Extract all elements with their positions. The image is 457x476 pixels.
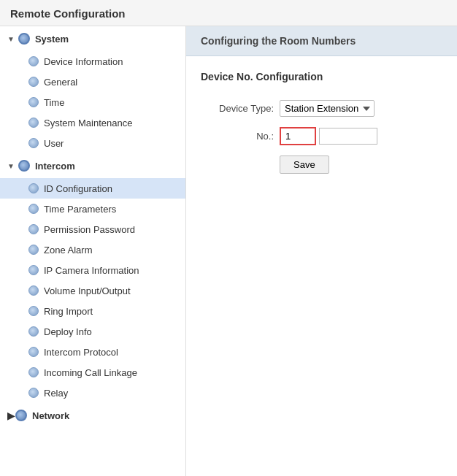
save-row: Save bbox=[280, 156, 442, 174]
sidebar-item-intercom-protocol[interactable]: Intercom Protocol bbox=[0, 342, 185, 362]
sidebar-item-label: System Maintenance bbox=[44, 118, 132, 128]
intercom-arrow: ▼ bbox=[7, 162, 15, 170]
sidebar-item-label: ID Configuration bbox=[44, 183, 112, 194]
app-title: Remote Configuration bbox=[0, 0, 457, 26]
sidebar-item-system-maintenance[interactable]: System Maintenance bbox=[0, 112, 185, 133]
sidebar-item-incoming-call-linkage[interactable]: Incoming Call Linkage bbox=[0, 362, 185, 383]
no-label: No.: bbox=[201, 131, 274, 142]
intercom-protocol-icon bbox=[28, 346, 39, 358]
id-config-icon bbox=[28, 183, 39, 194]
sidebar-item-label: Incoming Call Linkage bbox=[44, 367, 137, 378]
content-body: Device No. Configuration Device Type: St… bbox=[186, 56, 457, 476]
system-arrow: ▼ bbox=[7, 35, 15, 43]
network-section: ▶ Network bbox=[0, 403, 185, 428]
sidebar-item-label: Zone Alarm bbox=[44, 245, 92, 256]
sidebar-item-label: Deploy Info bbox=[44, 326, 92, 337]
globe-icon-intercom bbox=[18, 160, 30, 172]
intercom-icon bbox=[18, 159, 31, 172]
ring-import-icon bbox=[28, 305, 39, 317]
globe-icon-system bbox=[18, 33, 30, 45]
perm-pwd-icon bbox=[28, 223, 39, 235]
system-group-header[interactable]: ▼ System bbox=[0, 26, 185, 51]
sidebar-item-volume[interactable]: Volume Input/Output bbox=[0, 280, 185, 301]
sidebar-item-label: User bbox=[44, 138, 64, 149]
volume-icon bbox=[28, 285, 39, 296]
sidebar-item-general[interactable]: General bbox=[0, 72, 185, 92]
no-input-primary[interactable] bbox=[280, 127, 316, 145]
sidebar-item-ip-camera[interactable]: IP Camera Information bbox=[0, 260, 185, 280]
app-container: Remote Configuration ▼ System Device Inf… bbox=[0, 0, 457, 476]
globe-icon-network bbox=[15, 410, 27, 421]
network-arrow: ▶ bbox=[7, 410, 15, 421]
sidebar-item-permission-password[interactable]: Permission Password bbox=[0, 219, 185, 239]
system-section: ▼ System Device Information General T bbox=[0, 26, 185, 153]
intercom-label: Intercom bbox=[35, 161, 75, 172]
general-icon bbox=[28, 76, 39, 88]
sidebar-item-label: Intercom Protocol bbox=[44, 347, 118, 358]
zone-alarm-icon bbox=[28, 244, 39, 256]
sidebar-item-time-parameters[interactable]: Time Parameters bbox=[0, 199, 185, 219]
section-title: Device No. Configuration bbox=[201, 71, 442, 87]
sidebar-item-label: Time bbox=[44, 97, 64, 108]
sidebar-item-zone-alarm[interactable]: Zone Alarm bbox=[0, 239, 185, 260]
ip-camera-icon bbox=[28, 264, 39, 276]
sidebar-item-label: Relay bbox=[44, 388, 68, 399]
device-type-label: Device Type: bbox=[201, 103, 274, 114]
content-area: Configuring the Room Numbers Device No. … bbox=[186, 26, 457, 476]
device-type-select[interactable]: Station Extension VTO VTH bbox=[280, 100, 375, 117]
sidebar-item-user[interactable]: User bbox=[0, 133, 185, 153]
sys-maint-icon bbox=[28, 117, 39, 128]
sidebar-item-label: Ring Import bbox=[44, 306, 93, 317]
sidebar-item-label: Device Information bbox=[44, 56, 123, 67]
user-icon bbox=[28, 137, 39, 149]
network-label: Network bbox=[32, 410, 69, 421]
system-label: System bbox=[35, 34, 69, 45]
sidebar-item-ring-import[interactable]: Ring Import bbox=[0, 301, 185, 321]
intercom-group-header[interactable]: ▼ Intercom bbox=[0, 153, 185, 178]
device-info-icon bbox=[28, 55, 39, 67]
sidebar: ▼ System Device Information General T bbox=[0, 26, 186, 476]
sidebar-item-label: General bbox=[44, 77, 77, 88]
no-row: No.: bbox=[201, 127, 442, 145]
time-params-icon bbox=[28, 203, 39, 215]
content-header: Configuring the Room Numbers bbox=[186, 26, 457, 56]
system-icon bbox=[18, 32, 31, 45]
sidebar-item-label: Permission Password bbox=[44, 224, 135, 235]
no-input-secondary[interactable] bbox=[319, 128, 377, 145]
main-layout: ▼ System Device Information General T bbox=[0, 26, 457, 476]
sidebar-item-time[interactable]: Time bbox=[0, 92, 185, 112]
sidebar-item-relay[interactable]: Relay bbox=[0, 383, 185, 403]
intercom-section: ▼ Intercom ID Configuration Time Paramet… bbox=[0, 153, 185, 403]
incoming-call-icon bbox=[28, 366, 39, 378]
sidebar-item-label: Time Parameters bbox=[44, 204, 116, 215]
save-button[interactable]: Save bbox=[280, 156, 329, 174]
sidebar-item-label: IP Camera Information bbox=[44, 265, 139, 276]
deploy-info-icon bbox=[28, 326, 39, 337]
network-group-header[interactable]: ▶ Network bbox=[0, 403, 185, 428]
no-input-wrapper bbox=[280, 127, 377, 145]
sidebar-item-device-information[interactable]: Device Information bbox=[0, 51, 185, 72]
device-type-row: Device Type: Station Extension VTO VTH bbox=[201, 100, 442, 117]
sidebar-item-id-configuration[interactable]: ID Configuration bbox=[0, 178, 185, 199]
sidebar-item-label: Volume Input/Output bbox=[44, 285, 131, 296]
relay-icon bbox=[28, 387, 39, 399]
time-icon bbox=[28, 96, 39, 108]
network-icon bbox=[15, 409, 28, 422]
sidebar-item-deploy-info[interactable]: Deploy Info bbox=[0, 321, 185, 342]
